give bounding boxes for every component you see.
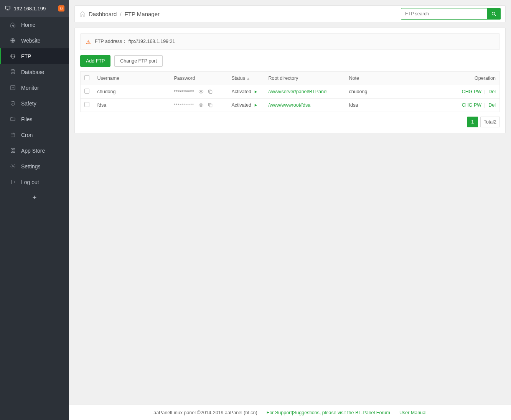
gear-icon	[10, 163, 16, 170]
play-icon	[254, 104, 257, 107]
search-input[interactable]	[401, 8, 487, 20]
sidebar-item-website[interactable]: Website	[0, 33, 69, 48]
svg-rect-7	[13, 149, 15, 150]
row-checkbox[interactable]	[84, 102, 89, 107]
home-icon	[10, 22, 16, 28]
shield-icon	[10, 100, 16, 107]
add-ftp-button[interactable]: Add FTP	[80, 55, 110, 67]
cell-root[interactable]: /www/wwwroot/fdsa	[269, 102, 311, 108]
sidebar-item-files[interactable]: Files	[0, 111, 69, 127]
table-header-row: Username Password Status▲ Root directory…	[81, 72, 500, 85]
svg-point-3	[11, 69, 15, 71]
search-button[interactable]	[487, 8, 501, 20]
breadcrumb: Dashboard / FTP Manager	[79, 11, 160, 17]
home-icon	[79, 11, 86, 17]
main-area: Dashboard / FTP Manager ⚠ FTP address： f…	[69, 0, 511, 420]
search-icon	[491, 11, 497, 17]
row-checkbox[interactable]	[84, 89, 89, 94]
sidebar: 192.168.1.199 0 Home Website FTP Databas…	[0, 0, 69, 420]
sidebar-header: 192.168.1.199 0	[0, 0, 69, 17]
sidebar-item-label: Database	[21, 69, 44, 75]
col-password: Password	[170, 72, 228, 85]
cell-note[interactable]: fdsa	[345, 99, 450, 112]
logout-icon	[10, 179, 16, 185]
change-password-link[interactable]: CHG PW	[462, 89, 481, 94]
plus-icon: +	[33, 194, 37, 202]
eye-icon[interactable]	[198, 102, 204, 108]
sidebar-item-settings[interactable]: Settings	[0, 158, 69, 174]
svg-rect-6	[11, 149, 12, 150]
breadcrumb-bar: Dashboard / FTP Manager	[74, 5, 506, 22]
col-root: Root directory	[265, 72, 345, 85]
sidebar-item-label: Website	[21, 38, 40, 44]
delete-link[interactable]: Del	[488, 89, 496, 94]
cell-note[interactable]: chudong	[345, 85, 450, 99]
sidebar-item-database[interactable]: Database	[0, 64, 69, 80]
sidebar-item-logout[interactable]: Log out	[0, 174, 69, 190]
cell-operation: CHG PW | Del	[450, 85, 500, 99]
cell-status[interactable]: Activated	[228, 85, 265, 99]
folder-icon	[10, 116, 16, 122]
svg-point-12	[200, 91, 202, 93]
copy-icon[interactable]	[208, 102, 213, 108]
cell-password: **********	[170, 85, 228, 99]
sidebar-item-monitor[interactable]: Monitor	[0, 80, 69, 96]
svg-point-10	[12, 166, 13, 167]
play-icon	[254, 90, 257, 94]
table-row: chudong ********** Activated /w	[81, 85, 500, 99]
svg-rect-15	[209, 104, 212, 107]
pagination: 1 Total2	[80, 117, 500, 127]
col-status[interactable]: Status▲	[228, 72, 265, 85]
svg-rect-8	[11, 151, 12, 153]
cell-username: fdsa	[94, 99, 170, 112]
sidebar-item-appstore[interactable]: App Store	[0, 143, 69, 158]
sidebar-item-label: Files	[21, 116, 33, 122]
svg-rect-0	[5, 6, 10, 9]
cell-password: **********	[170, 99, 228, 112]
svg-rect-13	[209, 91, 212, 94]
warning-icon: ⚠	[86, 39, 91, 45]
copy-icon[interactable]	[208, 89, 213, 94]
page-number[interactable]: 1	[467, 117, 478, 127]
svg-rect-9	[13, 151, 15, 153]
sidebar-nav: Home Website FTP Database Monitor Safety…	[0, 17, 69, 190]
sidebar-item-ftp[interactable]: FTP	[0, 48, 69, 64]
col-username: Username	[94, 72, 170, 85]
footer-manual-link[interactable]: User Manual	[399, 410, 427, 415]
cell-username: chudong	[94, 85, 170, 99]
eye-icon[interactable]	[198, 89, 204, 94]
change-port-button[interactable]: Change FTP port	[114, 55, 163, 67]
sidebar-item-label: Safety	[21, 100, 36, 107]
sidebar-item-label: Log out	[21, 179, 39, 185]
sidebar-item-label: Settings	[21, 163, 41, 170]
breadcrumb-root[interactable]: Dashboard	[89, 11, 117, 17]
svg-point-11	[492, 12, 495, 15]
sidebar-item-label: Home	[21, 22, 35, 28]
ftp-panel: ⚠ FTP address： ftp://192.168.1.199:21 Ad…	[74, 28, 506, 133]
sidebar-item-label: Monitor	[21, 85, 39, 91]
sidebar-item-label: App Store	[21, 148, 45, 154]
sidebar-item-label: Cron	[21, 132, 33, 138]
sidebar-item-cron[interactable]: Cron	[0, 127, 69, 143]
header-badge[interactable]: 0	[58, 5, 64, 12]
sort-icon: ▲	[246, 76, 250, 81]
sidebar-add-button[interactable]: +	[0, 190, 69, 205]
notice-value: ftp://192.168.1.199:21	[129, 39, 175, 44]
server-ip: 192.168.1.199	[14, 6, 46, 12]
footer: aaPanelLinux panel ©2014-2019 aaPanel (b…	[69, 405, 511, 420]
table-row: fdsa ********** Activated /www/	[81, 99, 500, 112]
delete-link[interactable]: Del	[488, 102, 496, 108]
footer-support-link[interactable]: For Support|Suggestions, please visit th…	[267, 410, 390, 415]
search-wrap	[401, 8, 501, 20]
ftp-icon	[10, 53, 16, 59]
sidebar-item-label: FTP	[21, 53, 31, 59]
cell-root[interactable]: /www/server/panel/BTPanel	[269, 89, 328, 94]
globe-icon	[10, 38, 16, 44]
sidebar-item-home[interactable]: Home	[0, 17, 69, 33]
cell-status[interactable]: Activated	[228, 99, 265, 112]
change-password-link[interactable]: CHG PW	[462, 102, 481, 108]
monitor-icon	[5, 5, 11, 12]
sidebar-item-safety[interactable]: Safety	[0, 96, 69, 111]
database-icon	[10, 69, 16, 75]
select-all-checkbox[interactable]	[84, 75, 89, 80]
